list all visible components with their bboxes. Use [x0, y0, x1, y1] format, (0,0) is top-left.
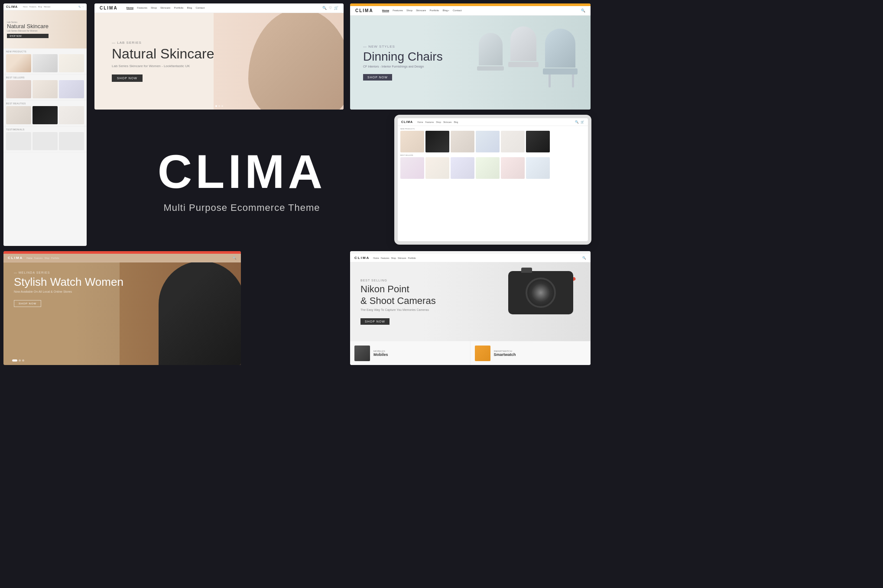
chair-1-legs: [545, 74, 578, 87]
panel-left-body: NEW PRODUCTS BEST SELLERS BEST BEAUTIES: [3, 48, 87, 246]
plb-section-title-sellers: BEST SELLERS: [6, 76, 84, 79]
skincare-hero-text: LAB SERIES Natural Skincare Lab Series S…: [112, 41, 214, 82]
cam-lens-inner: [532, 284, 549, 301]
plb-section-title-new: NEW PRODUCTS: [6, 50, 84, 53]
chairs-hero-text: NEW STYLES Dinning Chairs CF Interiors -…: [363, 45, 443, 81]
mobiles-text: MOBILES Mobiles: [373, 350, 466, 357]
plb-product-2: [32, 54, 58, 72]
tablet-best-sellers-label: BEST SELLERS: [400, 154, 585, 156]
plb-product-8: [32, 106, 58, 124]
tablet-prod-10: [476, 157, 500, 179]
plb-product-6: [59, 80, 84, 98]
plb-product-12: [59, 132, 84, 150]
plb-product-1: [6, 54, 31, 72]
tablet-new-products-label: NEW PRODUCTS: [400, 128, 585, 130]
watch-hero-content: MELINDA SERIES Stylish Watch Women Now A…: [3, 262, 241, 365]
tablet-inner: CLIMA Home Features Shop Skincare Blog 🔍…: [398, 118, 588, 241]
center-logo-area: CLIMA Multi Purpose Ecommerce Theme: [94, 113, 389, 248]
chairs-subtitle: CF Interiors - Interior Furnishings and …: [363, 65, 443, 68]
plb-grid-new: [6, 54, 84, 72]
search-icon-chairs: 🔍: [581, 9, 585, 13]
cam-shutter: [521, 268, 532, 273]
tablet-icons: 🔍 🛒: [575, 120, 584, 124]
tablet-product-grid: NEW PRODUCTS BEST SELLERS: [398, 126, 588, 182]
camera-subtitle: The Easy Way To Capture You Memories Cam…: [360, 308, 436, 311]
wishlist-icon: ♡: [329, 6, 332, 10]
plb-section-title-testimonials: TESTIMONIALS: [6, 128, 84, 131]
chairs-decoration: [452, 24, 586, 102]
skincare-title: Natural Skincare: [112, 46, 214, 61]
panel-left-logo: CLIMA: [6, 5, 18, 8]
camera-header-icons: 🔍: [582, 256, 586, 260]
panel-watch-hero: CLIMA Home Features Shop Portfolio 🔍 MEL…: [3, 251, 241, 365]
tablet-prod-9: [451, 157, 474, 179]
panel-skincare-hero: CLIMA Home Features Shop Skincare Portfo…: [94, 3, 344, 110]
skincare-hero-content: LAB SERIES Natural Skincare Lab Series S…: [94, 13, 344, 110]
chair-3: [479, 33, 504, 71]
chair-1-back: [545, 29, 575, 68]
smartwatch-text: SMARTWATCH Smartwatch: [494, 350, 586, 357]
tablet-search-icon: 🔍: [575, 120, 579, 124]
watch-shop-btn[interactable]: SHOP NOW: [14, 300, 41, 307]
camera-logo: CLIMA: [354, 256, 370, 260]
tablet-prod-11: [501, 157, 525, 179]
camera-hero-content: BEST SELLING Nikon Point& Shoot Cameras …: [350, 262, 591, 341]
camera-nav: Home Features Shop Skincare Portfolio: [373, 257, 416, 259]
search-icon: 🔍: [322, 6, 327, 10]
tablet-prod-1: [400, 131, 424, 152]
tablet-row-1: [400, 131, 585, 152]
panel-left-hero-subtitle: Lab Series Skincare for Women: [7, 29, 49, 32]
cam-lens: [526, 278, 556, 308]
watch-model-body: [159, 262, 241, 365]
panel-camera-hero: CLIMA Home Features Shop Skincare Portfo…: [350, 251, 591, 365]
camera-sub-smartwatch: SMARTWATCH Smartwatch: [471, 341, 591, 365]
tablet-prod-3: [451, 131, 474, 152]
watch-dot-3: [22, 359, 24, 362]
plb-section-new: NEW PRODUCTS: [3, 48, 87, 74]
plb-section-testimonials: TESTIMONIALS: [3, 126, 87, 152]
panel-left-hero-text: Lab Series Natural Skincare Lab Series S…: [7, 21, 49, 38]
camera-sub-mobiles: MOBILES Mobiles: [350, 341, 471, 365]
panel-left-hero: Lab Series Natural Skincare Lab Series S…: [3, 10, 87, 48]
tablet-row-2: [400, 157, 585, 179]
center-clima-logo: CLIMA: [158, 148, 326, 195]
camera-product-image: [469, 262, 591, 341]
skincare-shop-btn[interactable]: SHOP NOW: [112, 74, 143, 82]
chairs-shop-btn[interactable]: SHOP NOW: [363, 74, 392, 81]
watch-series: MELINDA SERIES: [14, 271, 123, 274]
watch-title: Stylish Watch Women: [14, 276, 123, 288]
panel-left-header: CLIMA Home Features Shop Skincare 🔍 ♡: [3, 3, 87, 10]
camera-body-detail: [508, 271, 573, 319]
chairs-nav: Home Features Shop Skincare Portfolio Bl…: [382, 9, 462, 12]
chairs-series: NEW STYLES: [363, 45, 443, 48]
tablet-prod-4: [476, 131, 500, 152]
plb-product-4: [6, 80, 31, 98]
panel-left-demo: CLIMA Home Features Shop Skincare 🔍 ♡ La…: [3, 3, 87, 246]
watch-header-icons: 🔍: [233, 256, 237, 260]
panel-left-nav: Home Features Shop Skincare: [23, 6, 50, 8]
tablet-prod-5: [501, 131, 525, 152]
camera-shop-btn[interactable]: SHOP NOW: [360, 318, 390, 325]
panel-chairs-hero: CLIMA Home Features Shop Skincare Portfo…: [350, 3, 591, 110]
mobiles-image: [354, 346, 370, 361]
camera-sub-products: MOBILES Mobiles SMARTWATCH Smartwatch: [350, 341, 591, 365]
panel-left-hero-btn[interactable]: SHOP NOW: [7, 34, 49, 38]
plb-product-9: [59, 106, 84, 124]
skincare-nav: Home Features Shop Skincare Portfolio Bl…: [127, 6, 205, 10]
cam-body: [508, 271, 573, 314]
chair-2-seat: [508, 62, 539, 67]
plb-grid-sellers: [6, 80, 84, 98]
chairs-header-icons: 🔍: [581, 9, 585, 13]
skincare-series: LAB SERIES: [112, 41, 214, 45]
chair-3-back: [479, 33, 503, 65]
plb-product-5: [32, 80, 58, 98]
watch-pagination: [12, 359, 24, 362]
chair-2: [510, 26, 539, 67]
tablet-prod-6: [526, 131, 550, 152]
camera-title: Nikon Point& Shoot Cameras: [360, 284, 436, 307]
tablet-prod-7: [400, 157, 424, 179]
tablet-nav: Home Features Shop Skincare Blog: [417, 121, 458, 123]
watch-logo: CLIMA: [8, 256, 23, 260]
panel-tablet-mockup: CLIMA Home Features Shop Skincare Blog 🔍…: [394, 115, 591, 245]
panel-left-header-icons: 🔍 ♡: [78, 6, 84, 8]
